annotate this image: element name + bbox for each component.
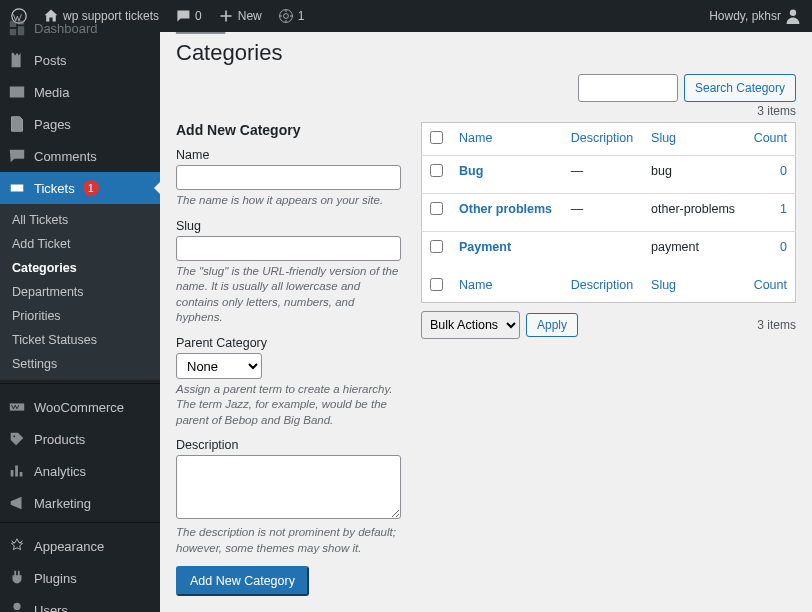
col-count[interactable]: Count: [754, 131, 787, 145]
row-name-link[interactable]: Other problems: [459, 202, 552, 216]
row-count-link[interactable]: 1: [780, 202, 787, 216]
menu-tickets[interactable]: Tickets1: [0, 172, 160, 204]
select-all-top[interactable]: [430, 131, 443, 144]
row-checkbox[interactable]: [430, 240, 443, 253]
submenu-add-ticket[interactable]: Add Ticket: [0, 232, 160, 256]
table-row: Bug—bug0: [422, 156, 796, 194]
menu-marketing[interactable]: Marketing: [0, 487, 160, 519]
row-count-link[interactable]: 0: [780, 164, 787, 178]
bulk-actions-select[interactable]: Bulk Actions: [421, 311, 520, 339]
desc-desc: The description is not prominent by defa…: [176, 525, 401, 556]
menu-woocommerce[interactable]: WooCommerce: [0, 391, 160, 423]
cut-dashboard-text: ━━━━━━━: [176, 32, 796, 40]
submenu-settings[interactable]: Settings: [0, 352, 160, 376]
slug-input[interactable]: [176, 236, 401, 261]
name-label: Name: [176, 148, 401, 162]
row-description: —: [563, 156, 643, 194]
main-content: ━━━━━━━ Categories Search Category 3 ite…: [160, 32, 812, 612]
search-button[interactable]: Search Category: [684, 74, 796, 102]
parent-select[interactable]: None: [176, 353, 262, 379]
col-name-foot[interactable]: Name: [459, 278, 492, 292]
comments-link[interactable]: 0: [168, 0, 209, 32]
user-greeting[interactable]: Howdy, pkhsr: [702, 0, 808, 32]
submenu-categories[interactable]: Categories: [0, 256, 160, 280]
col-slug-foot[interactable]: Slug: [651, 278, 676, 292]
table-row: Paymentpayment0: [422, 232, 796, 270]
menu-pages[interactable]: Pages: [0, 108, 160, 140]
menu-posts[interactable]: Posts: [0, 44, 160, 76]
menu-analytics[interactable]: Analytics: [0, 455, 160, 487]
slug-desc: The "slug" is the URL-friendly version o…: [176, 264, 401, 326]
menu-media[interactable]: Media: [0, 76, 160, 108]
table-row: Other problems—other-problems1: [422, 194, 796, 232]
col-description[interactable]: Description: [571, 131, 634, 145]
menu-users[interactable]: Users: [0, 594, 160, 612]
row-name-link[interactable]: Payment: [459, 240, 511, 254]
search-input[interactable]: [578, 74, 678, 102]
menu-plugins[interactable]: Plugins: [0, 562, 160, 594]
submenu-all-tickets[interactable]: All Tickets: [0, 208, 160, 232]
menu-comments[interactable]: Comments: [0, 140, 160, 172]
svg-point-2: [283, 14, 288, 19]
select-all-bottom[interactable]: [430, 278, 443, 291]
col-description-foot[interactable]: Description: [571, 278, 634, 292]
row-checkbox[interactable]: [430, 202, 443, 215]
desc-label: Description: [176, 438, 401, 452]
row-slug: payment: [643, 232, 745, 270]
col-count-foot[interactable]: Count: [754, 278, 787, 292]
row-checkbox[interactable]: [430, 164, 443, 177]
name-input[interactable]: [176, 165, 401, 190]
svg-point-4: [13, 435, 15, 437]
slug-label: Slug: [176, 219, 401, 233]
submit-button[interactable]: Add New Category: [176, 566, 309, 596]
menu-appearance[interactable]: Appearance: [0, 530, 160, 562]
parent-label: Parent Category: [176, 336, 401, 350]
row-slug: bug: [643, 156, 745, 194]
svg-point-3: [790, 10, 796, 16]
col-name[interactable]: Name: [459, 131, 492, 145]
form-heading: Add New Category: [176, 122, 401, 138]
svg-point-5: [13, 603, 20, 610]
parent-desc: Assign a parent term to create a hierarc…: [176, 382, 401, 429]
items-count-top: 3 items: [176, 104, 796, 118]
row-description: —: [563, 194, 643, 232]
row-slug: other-problems: [643, 194, 745, 232]
admin-sidebar: DashboardPostsMediaPagesCommentsTickets1…: [0, 32, 160, 612]
categories-table: Name Description Slug Count Bug—bug0Othe…: [421, 122, 796, 303]
menu-products[interactable]: Products: [0, 423, 160, 455]
submenu-ticket-statuses[interactable]: Ticket Statuses: [0, 328, 160, 352]
apply-button[interactable]: Apply: [526, 313, 578, 337]
page-title: Categories: [176, 40, 796, 66]
new-link[interactable]: New: [211, 0, 269, 32]
row-name-link[interactable]: Bug: [459, 164, 483, 178]
row-count-link[interactable]: 0: [780, 240, 787, 254]
items-count-bottom: 3 items: [757, 318, 796, 332]
name-desc: The name is how it appears on your site.: [176, 193, 401, 209]
user-count[interactable]: 1: [271, 0, 312, 32]
row-description: [563, 232, 643, 270]
submenu-departments[interactable]: Departments: [0, 280, 160, 304]
col-slug[interactable]: Slug: [651, 131, 676, 145]
submenu-priorities[interactable]: Priorities: [0, 304, 160, 328]
desc-textarea[interactable]: [176, 455, 401, 519]
menu-dashboard[interactable]: Dashboard: [0, 12, 160, 44]
